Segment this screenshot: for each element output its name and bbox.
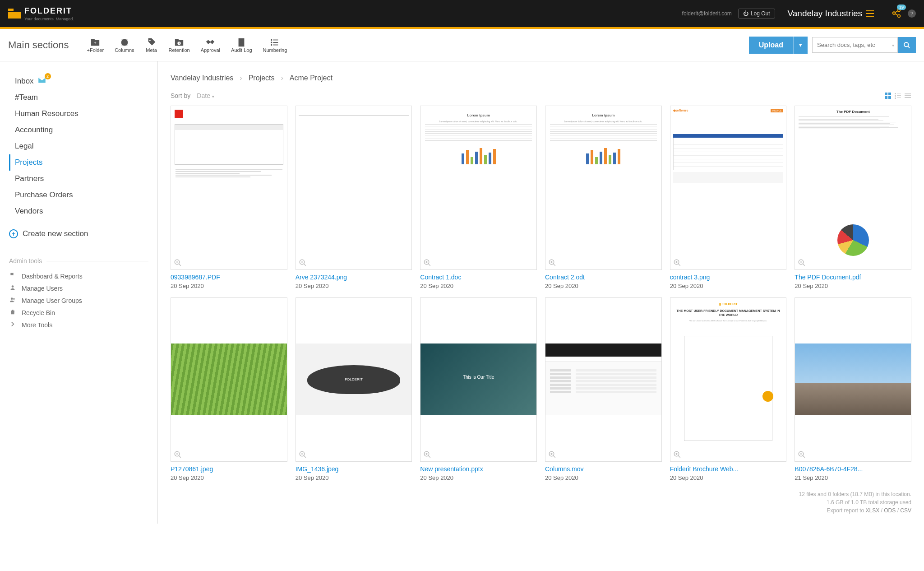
file-thumbnail[interactable]	[171, 297, 287, 462]
file-thumbnail[interactable]: Lorem ipsumLorem ipsum dolor sit amet, c…	[420, 106, 537, 270]
zoom-icon[interactable]	[798, 450, 806, 459]
zoom-icon[interactable]	[423, 450, 431, 459]
sidebar-item-label: Inbox	[15, 77, 34, 86]
sidebar-item-partners[interactable]: Partners	[9, 171, 148, 187]
file-thumbnail[interactable]: FOLDERIT	[296, 297, 412, 462]
create-section-button[interactable]: + Create new section	[9, 229, 148, 238]
sidebar-item-label: Projects	[15, 158, 42, 167]
tool-approval[interactable]: Approval	[201, 37, 220, 53]
zoom-icon[interactable]	[548, 450, 556, 459]
zoom-icon[interactable]	[673, 450, 681, 459]
tool-meta[interactable]: Meta	[145, 37, 158, 53]
sidebar-item-projects[interactable]: Projects	[9, 154, 148, 171]
tool-audit-log[interactable]: Audit Log	[231, 37, 252, 53]
file-name[interactable]: Columns.mov	[545, 465, 662, 473]
sidebar-item-label: #Team	[15, 93, 38, 102]
upload-button[interactable]: Upload	[749, 37, 793, 54]
file-date: 20 Sep 2020	[296, 283, 412, 289]
admin-item-label: Dashboard & Reports	[22, 273, 83, 280]
admin-item-dashboard-reports[interactable]: Dashboard & Reports	[9, 270, 148, 282]
list-view-icon[interactable]	[904, 92, 911, 99]
export-ods-link[interactable]: ODS	[884, 507, 896, 514]
logout-button[interactable]: ⏻ Log Out	[738, 9, 775, 19]
account-email: folderit@folderit.com	[682, 10, 732, 17]
share-icon[interactable]: 19	[892, 8, 901, 19]
flag-icon	[9, 272, 16, 280]
file-thumbnail[interactable]	[171, 106, 287, 270]
chevron-down-icon: ▾	[212, 94, 214, 99]
sidebar-item-inbox[interactable]: Inbox2	[9, 73, 148, 89]
file-thumbnail[interactable]	[795, 297, 911, 462]
file-name[interactable]: The PDF Document.pdf	[795, 274, 911, 281]
main: Vandelay Industries › Projects › Acme Pr…	[158, 61, 924, 524]
export-xlsx-link[interactable]: XLSX	[866, 507, 880, 514]
tool-retention[interactable]: Retention	[169, 37, 190, 53]
breadcrumb-item[interactable]: Vandelay Industries	[171, 74, 233, 82]
file-name[interactable]: Arve 2373244.png	[296, 274, 412, 281]
breadcrumb-item[interactable]: Acme Project	[290, 74, 333, 82]
file-thumbnail[interactable]: Lorem ipsumLorem ipsum dolor sit amet, c…	[545, 106, 662, 270]
sidebar-item-human-resources[interactable]: Human Resources	[9, 106, 148, 122]
file-thumbnail[interactable]: The PDF Document	[795, 106, 911, 270]
envelope-icon: 2	[37, 77, 46, 86]
tree-view-icon[interactable]	[894, 92, 901, 99]
zoom-icon[interactable]	[174, 450, 182, 459]
upload-dropdown-button[interactable]: ▾	[793, 37, 808, 54]
file-name[interactable]: Contract 1.doc	[420, 274, 537, 281]
sidebar-item-legal[interactable]: Legal	[9, 138, 148, 154]
file-name[interactable]: Folderit Brochure Web...	[670, 465, 787, 473]
tool-add-folder[interactable]: + +Folder	[87, 37, 104, 53]
sidebar-item-accounting[interactable]: Accounting	[9, 122, 148, 138]
search-caret-icon[interactable]: ▾	[892, 42, 894, 47]
svg-rect-36	[905, 93, 911, 94]
file-thumbnail[interactable]: This is Our Title— —	[420, 297, 537, 462]
breadcrumb-item[interactable]: Projects	[249, 74, 275, 82]
page-title: Main sections	[8, 39, 69, 51]
file-name[interactable]: B007826A-6B70-4F28...	[795, 465, 911, 473]
company-name[interactable]: Vandelay Industries	[788, 9, 862, 19]
file-name[interactable]: P1270861.jpeg	[171, 465, 287, 473]
sidebar-item-vendors[interactable]: Vendors	[9, 203, 148, 219]
export-csv-link[interactable]: CSV	[900, 507, 911, 514]
zoom-icon[interactable]	[299, 259, 307, 267]
file-thumbnail[interactable]	[296, 106, 412, 270]
zoom-icon[interactable]	[174, 259, 182, 267]
svg-line-22	[908, 46, 910, 48]
company-menu-icon[interactable]	[866, 10, 874, 17]
help-icon[interactable]: ?	[908, 9, 916, 18]
file-name[interactable]: 0933989687.PDF	[171, 274, 287, 281]
file-thumbnail[interactable]: ◆softwareINVOICE	[670, 106, 787, 270]
file-thumbnail[interactable]	[545, 297, 662, 462]
admin-item-manage-users[interactable]: Manage Users	[9, 282, 148, 294]
file-thumbnail[interactable]: ▮ FOLDERITTHE MOST USER-FRIENDLY DOCUMEN…	[670, 297, 787, 462]
topbar: FOLDERIT Your documents. Managed. folder…	[0, 0, 924, 27]
tool-numbering[interactable]: Numbering	[263, 37, 287, 53]
search-input[interactable]	[812, 37, 898, 53]
list-icon	[268, 37, 281, 47]
grid-view-icon[interactable]	[884, 92, 892, 99]
sidebar-item-label: Purchase Orders	[15, 190, 73, 200]
tool-columns[interactable]: Columns	[115, 37, 134, 53]
admin-item-recycle-bin[interactable]: Recycle Bin	[9, 306, 148, 319]
svg-text:+: +	[94, 40, 97, 45]
plus-circle-icon: +	[9, 229, 18, 238]
admin-item-manage-user-groups[interactable]: Manage User Groups	[9, 294, 148, 306]
zoom-icon[interactable]	[798, 259, 806, 267]
sidebar-item--team[interactable]: #Team	[9, 89, 148, 106]
handshake-icon	[204, 37, 217, 47]
sidebar-item-purchase-orders[interactable]: Purchase Orders	[9, 187, 148, 203]
zoom-icon[interactable]	[548, 259, 556, 267]
logout-label: Log Out	[751, 10, 770, 17]
file-date: 20 Sep 2020	[795, 283, 911, 289]
file-name[interactable]: New presentation.pptx	[420, 465, 537, 473]
zoom-icon[interactable]	[299, 450, 307, 459]
logo[interactable]: FOLDERIT Your documents. Managed.	[8, 6, 74, 21]
search-button[interactable]	[898, 37, 916, 53]
sort-value[interactable]: Date ▾	[197, 92, 214, 99]
file-name[interactable]: Contract 2.odt	[545, 274, 662, 281]
admin-item-more-tools[interactable]: More Tools	[9, 319, 148, 331]
file-name[interactable]: contract 3.png	[670, 274, 787, 281]
file-name[interactable]: IMG_1436.jpeg	[296, 465, 412, 473]
zoom-icon[interactable]	[423, 259, 431, 267]
zoom-icon[interactable]	[673, 259, 681, 267]
